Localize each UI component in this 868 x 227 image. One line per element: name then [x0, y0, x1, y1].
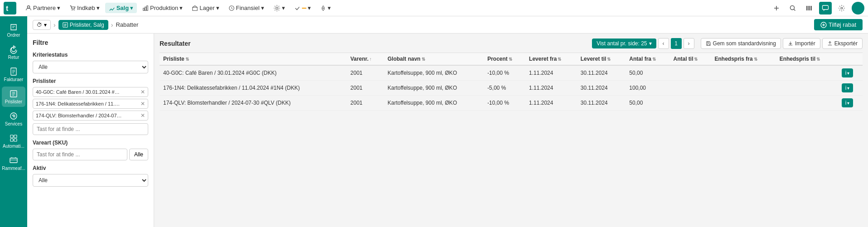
table-cell: 2001: [347, 81, 384, 96]
svg-rect-7: [147, 5, 148, 10]
history-button[interactable]: ⏱ ▾: [33, 20, 51, 30]
filter-panel: Filtre Kriteriestatus Alle Prislister 40…: [27, 34, 154, 227]
svg-point-3: [72, 10, 73, 10]
add-rabat-button[interactable]: Tilføj rabat: [814, 19, 863, 30]
svg-rect-5: [143, 8, 145, 10]
breadcrumb-current: Rabatter: [116, 21, 138, 28]
table-cell: 1.11.2024: [525, 65, 577, 81]
svg-rect-14: [808, 6, 808, 10]
add-icon-btn[interactable]: [770, 2, 783, 14]
page-next-button[interactable]: ›: [684, 38, 694, 49]
nav-finansiel[interactable]: Finansiel ▾: [225, 3, 268, 13]
prislister-tag-2: 174-QLV: Blomsterhandler / 2024-07-30 #Q…: [33, 111, 148, 121]
results-header: Resultater Vist antal pr. side: 25 ▾ ‹ 1…: [160, 38, 863, 49]
results-table: Prisliste⇅ Varenr.↑ Globalt navn⇅ Procen…: [160, 53, 863, 111]
table-cell: Kartoffelsuppe, 900 ml, ØKO: [384, 96, 484, 111]
breadcrumb-sep-1: ›: [53, 21, 56, 29]
aktiv-select[interactable]: Alle: [33, 174, 148, 187]
nav-lager[interactable]: Lager ▾: [188, 3, 223, 13]
pagination-controls: Vist antal pr. side: 25 ▾ ‹ 1 ›: [592, 38, 694, 49]
aktiv-label: Aktiv: [33, 165, 148, 171]
table-cell: 30.11.2024: [577, 96, 626, 111]
row-action-button[interactable]: i ▾: [842, 68, 853, 77]
col-varenr[interactable]: Varenr.↑: [347, 53, 384, 66]
sidebar-item-rammeaf[interactable]: Rammeaf...: [2, 153, 25, 174]
col-globalt-navn[interactable]: Globalt navn⇅: [384, 53, 484, 66]
svg-rect-31: [707, 44, 709, 45]
sidebar-item-fakturaer[interactable]: Fakturaer: [2, 64, 25, 85]
chat-icon-btn[interactable]: [819, 2, 832, 14]
col-actions: [838, 53, 863, 66]
table-cell: [669, 65, 711, 81]
nav-extra1[interactable]: ▾: [270, 3, 289, 14]
search-icon-btn[interactable]: [786, 2, 799, 14]
user-avatar[interactable]: [852, 2, 864, 14]
col-leveret-fra[interactable]: Leveret fra⇅: [525, 53, 577, 66]
col-antal-fra[interactable]: Antal fra⇅: [626, 53, 669, 66]
svg-point-19: [841, 7, 843, 9]
remove-tag-2[interactable]: ✕: [141, 112, 145, 119]
results-panel: Resultater Vist antal pr. side: 25 ▾ ‹ 1…: [154, 34, 868, 227]
prislister-tags: 40-G0C: Café Baren / 30.01.2024 #G0C (DK…: [33, 87, 148, 121]
table-row: 174-QLV: Blomsterhandler / 2024-07-30 #Q…: [160, 96, 863, 111]
row-action-button[interactable]: i ▾: [842, 98, 853, 107]
nav-indkoeb[interactable]: Indkøb ▾: [66, 3, 103, 13]
nav-right: [770, 2, 864, 14]
svg-point-11: [322, 7, 324, 9]
sidebar-item-services[interactable]: Services: [2, 109, 25, 129]
gear-icon-btn[interactable]: [835, 2, 848, 14]
prislister-search-input[interactable]: [33, 123, 148, 135]
col-enhedspris-til[interactable]: Enhedspris til⇅: [776, 53, 838, 66]
nav-partnere[interactable]: Partnere ▾: [22, 3, 64, 13]
main-layout: Ordrer Retur Fakturaer Prislister Servic…: [0, 16, 868, 227]
table-cell: -10,00 %: [484, 65, 525, 81]
remove-tag-0[interactable]: ✕: [141, 89, 145, 95]
col-procent[interactable]: Procent⇅: [484, 53, 525, 66]
barcode-icon-btn[interactable]: [803, 2, 815, 14]
vareart-input-row: Alle: [33, 149, 148, 160]
main-content: ⏱ ▾ › Prislister, Salg › Rabatter Tilføj…: [27, 16, 868, 227]
table-header-row: Prisliste⇅ Varenr.↑ Globalt navn⇅ Procen…: [160, 53, 863, 66]
nav-rocket[interactable]: ▾: [316, 3, 335, 13]
row-action-button[interactable]: i ▾: [842, 83, 853, 92]
page-size-button[interactable]: Vist antal pr. side: 25 ▾: [592, 39, 656, 48]
table-cell: -10,00 %: [484, 96, 525, 111]
nav-check[interactable]: ▾: [291, 3, 315, 13]
prislister-label: Prislister: [33, 78, 148, 84]
eksport-button[interactable]: Eksportér: [822, 38, 863, 49]
svg-point-23: [13, 116, 15, 117]
kriteriestatus-select[interactable]: Alle: [33, 61, 148, 73]
sidebar-item-prislister[interactable]: Prislister: [2, 87, 25, 107]
kriteriestatus-label: Kriteriestatus: [33, 52, 148, 58]
table-cell: [776, 65, 838, 81]
col-leveret-til[interactable]: Leveret til⇅: [577, 53, 626, 66]
table-cell: 30.11.2024: [577, 81, 626, 96]
vareart-all-button[interactable]: Alle: [129, 149, 148, 160]
col-prisliste[interactable]: Prisliste⇅: [160, 53, 347, 66]
gem-button[interactable]: Gem som standardvisning: [701, 38, 781, 49]
svg-rect-6: [145, 7, 146, 10]
table-cell: [711, 96, 776, 111]
import-button[interactable]: Importér: [783, 38, 820, 49]
col-antal-til[interactable]: Antal til⇅: [669, 53, 711, 66]
orange-badge: [302, 8, 306, 9]
nav-produktion[interactable]: Produktion ▾: [139, 3, 186, 13]
svg-rect-18: [823, 5, 829, 10]
sidebar-item-automati[interactable]: Automati...: [2, 131, 25, 151]
sidebar: Ordrer Retur Fakturaer Prislister Servic…: [0, 16, 27, 227]
vareart-search-input[interactable]: [33, 149, 127, 160]
sidebar-item-ordrer[interactable]: Ordrer: [2, 20, 25, 40]
svg-point-12: [790, 5, 795, 10]
table-cell: Kartoffelsuppe, 900 ml, ØKO: [384, 65, 484, 81]
col-enhedspris-fra[interactable]: Enhedspris fra⇅: [711, 53, 776, 66]
table-cell: [711, 65, 776, 81]
results-title: Resultater: [160, 40, 190, 47]
page-prev-button[interactable]: ‹: [658, 38, 669, 49]
nav-salg[interactable]: Salg ▾: [105, 3, 137, 13]
remove-tag-1[interactable]: ✕: [141, 101, 145, 107]
sidebar-item-retur[interactable]: Retur: [2, 42, 25, 63]
prislister-salg-breadcrumb[interactable]: Prislister, Salg: [58, 20, 108, 30]
logo[interactable]: t: [4, 2, 16, 14]
table-cell: 1.11.2024: [525, 81, 577, 96]
svg-rect-17: [811, 6, 812, 10]
